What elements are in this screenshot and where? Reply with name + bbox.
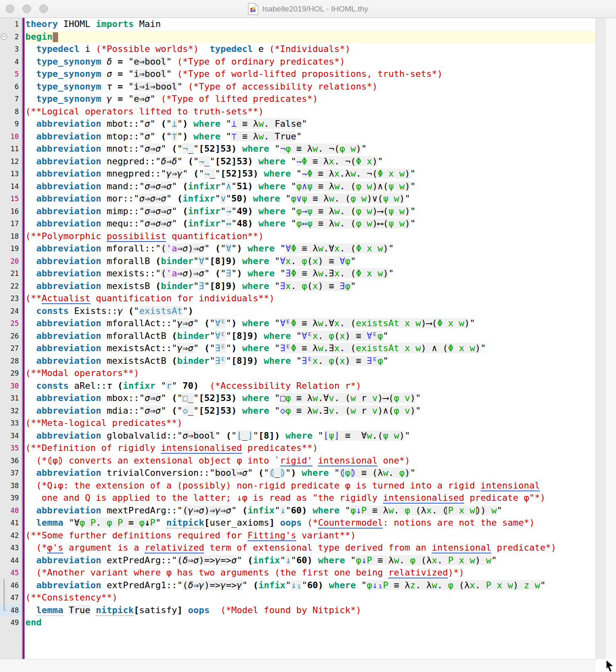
line-number: 14 [0,180,22,193]
code-line: abbreviation mforallB (binder"∀"[8]9) wh… [25,255,595,268]
vertical-scrollbar[interactable] [596,18,605,659]
code-line: abbreviation trivialConversion::"bool⇒σ"… [25,467,595,479]
line-number: 13 [0,168,22,180]
line-number: 22 [0,280,22,293]
code-line: lemma True nitpick[satisfy] oops (*Model… [25,604,595,617]
code-line: (*Q↓φ: the extension of a (possibly) non… [25,479,595,492]
line-number: 49 [0,616,22,629]
window-title: Isabelle2019/HOL - IHOML.thy [262,4,368,13]
code-line: type_synonym τ = "i⇒i⇒bool" (*Type of ac… [25,81,595,93]
line-number: 30 [0,380,22,392]
line-number: 37 [0,467,22,479]
line-number: 2 [0,31,22,43]
line-number: 16 [0,205,22,218]
code-line: end [25,616,595,629]
line-number: 6 [0,81,22,93]
line-number: 1 [0,18,22,31]
line-number: 43 [0,542,22,554]
code-line: type_synonym σ = "i⇒bool" (*Type of worl… [25,68,595,81]
line-number: 10 [0,130,22,143]
line-number: 35 [0,442,22,455]
code-line: (**Consistency**) [25,591,595,604]
line-number: 5 [0,68,22,81]
code-line: abbreviation mextPredArg::"(γ⇒σ)⇒γ⇒σ" (i… [25,504,595,517]
code-line: type_synonym δ = "e⇒bool" (*Type of ordi… [25,56,595,68]
code-line: consts aRel::τ (infixr "r" 70) (*Accessi… [25,380,595,392]
line-number: 15 [0,193,22,205]
line-number: 21 [0,267,22,280]
line-number: 33 [0,417,22,430]
line-number: 38 [0,479,22,492]
code-line: abbreviation mbot::"σ" ("⊥") where "⊥ ≡ … [25,118,595,130]
line-number: 3 [0,43,22,56]
line-number: 31 [0,392,22,405]
code-line: type_synonym γ = "e⇒σ" (*Type of lifted … [25,93,595,105]
code-line: abbreviation mforallActB (binder"∀ᴱ"[8]9… [25,330,595,343]
line-number: 48 [0,604,22,617]
line-number: 23 [0,292,22,305]
mouse-cursor [605,659,616,672]
code-line: abbreviation mtop::"σ" ("⊤") where "⊤ ≡ … [25,130,595,143]
line-number: 17 [0,217,22,230]
code-line: one and Q is applied to the latter; ↓φ i… [25,492,595,504]
line-number: 28 [0,355,22,367]
line-number: 26 [0,330,22,343]
line-number: 18 [0,230,22,243]
line-number: 47 [0,591,22,604]
code-line: (**Polymorphic possibilist quantificatio… [25,230,595,243]
code-line: abbreviation mand::"σ⇒σ⇒σ" (infixr"∧"51)… [25,180,595,193]
code-line: abbreviation mnot::"σ⇒σ" ("¬_"[52]53) wh… [25,143,595,155]
code-line: consts Exists::γ ("existsAt") [25,305,595,318]
code-line: abbreviation mexistsB (binder"∃"[8]9) wh… [25,280,595,293]
line-number: 9 [0,118,22,130]
fold-guide-line [4,579,4,610]
code-line: abbreviation mor::"σ⇒σ⇒σ" (infixr"∨"50) … [25,193,595,205]
line-number: 40 [0,504,22,517]
error-overview-column [605,18,616,659]
text-cursor [53,32,58,42]
code-line: abbreviation mforallAct::"γ⇒σ" ("∀ᴱ") wh… [25,317,595,330]
code-area[interactable]: theory IHOML imports Mainbegin typedecl … [25,18,595,659]
line-number: 39 [0,492,22,504]
line-number: 19 [0,242,22,255]
code-line: theory IHOML imports Main [25,18,595,31]
code-line: (*φ's argument is a relativized term of … [25,542,595,554]
editor-area: 1234567891011121314151617181920212223242… [0,18,616,659]
document-icon [248,3,259,15]
line-number: 4 [0,56,22,68]
line-number-gutter: 1234567891011121314151617181920212223242… [0,18,22,659]
line-number: 7 [0,93,22,105]
code-line: typedecl i (*Possible worlds*) typedecl … [25,43,595,56]
code-line: (**Modal operators**) [25,367,595,380]
code-line: (*⦇φ⦈ converts an extensional object φ i… [25,455,595,467]
code-line: (**Definition of rigidly intensionalised… [25,442,595,455]
line-number: 24 [0,305,22,318]
line-number: 34 [0,430,22,442]
code-line: (*Another variant where φ has two argume… [25,567,595,579]
code-line: (**Logical operators lifted to truth-set… [25,105,595,118]
window-titlebar: Isabelle2019/HOL - IHOML.thy [0,0,616,18]
code-line: abbreviation mexistsAct::"γ⇒σ" ("∃ᴱ") wh… [25,342,595,355]
code-line: abbreviation mexistsActB (binder"∃ᴱ"[8]9… [25,355,595,367]
code-line: abbreviation extPredArg::"(δ⇒σ)=>γ=>σ" (… [25,554,595,567]
line-number: 44 [0,554,22,567]
code-line: lemma "∀φ P. φ P = φ↓P" nitpick[user_axi… [25,517,595,529]
line-number: 42 [0,529,22,542]
horizontal-scrollbar[interactable] [0,659,596,672]
code-line: abbreviation mequ::"σ⇒σ⇒σ" (infixr"↔"48)… [25,217,595,230]
code-line: abbreviation globalvalid::"σ⇒bool" ("⌊_⌋… [25,430,595,442]
code-line: (**Meta-logical predicates**) [25,417,595,430]
code-line: abbreviation mimp::"σ⇒σ⇒σ" (infixr"→"49)… [25,205,595,218]
fold-guide-end [4,610,7,611]
fold-collapse-icon[interactable] [1,34,7,40]
code-line: begin [25,31,595,43]
line-number: 45 [0,567,22,579]
line-number: 29 [0,367,22,380]
line-number: 25 [0,317,22,330]
code-line: abbreviation mexists::"('a⇒σ)⇒σ" ("∃") w… [25,267,595,280]
code-line: (**Some further definitions required for… [25,529,595,542]
code-line: abbreviation mforall::"('a⇒σ)⇒σ" ("∀") w… [25,242,595,255]
line-number: 20 [0,255,22,268]
theory-status-bar [22,18,25,659]
line-number: 46 [0,579,22,592]
